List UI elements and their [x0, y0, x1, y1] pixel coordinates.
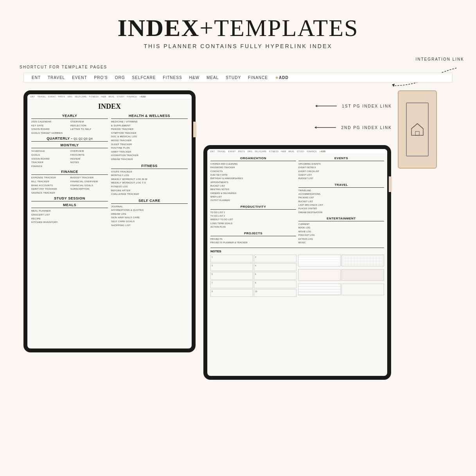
org-item-1: CHORES AND CLEANING	[210, 162, 296, 166]
events-title: EVENTS	[298, 156, 384, 161]
nav-fitness[interactable]: FITNESS	[163, 75, 182, 80]
tab2-decoration	[389, 176, 392, 192]
yearly-right: OVERVIEW REFLECTION LETTER TO SELF	[70, 120, 108, 135]
title-templates: TEMPLATES	[214, 14, 358, 41]
t-nav-travel[interactable]: TRAVEL	[38, 95, 46, 98]
tablet-index-screen: ENT TRAVEL EVENT PRO'S ORG SELFCARE FITN…	[27, 94, 192, 348]
index-page-title: INDEX	[31, 102, 188, 111]
t2-nav-event[interactable]: EVENT	[228, 150, 236, 153]
tablet2-nav: ENT TRAVEL EVENT PRO'S ORG SELFCARE FITN…	[207, 149, 387, 154]
note-cell-9: 9	[210, 289, 253, 297]
svg-marker-0	[392, 84, 395, 87]
tablet-nav-bar: ENT TRAVEL EVENT PRO'S ORG SELFCARE FITN…	[27, 94, 192, 99]
trav-item-6: PLACES VISITED	[298, 207, 384, 210]
nav-org[interactable]: ORG	[115, 75, 125, 80]
projects-section: PROJECTS PROJECTS PROJECTS PLANNER & TRA…	[210, 232, 296, 245]
t2-nav-ent[interactable]: ENT	[210, 150, 215, 153]
second-pg-label-area: 2ND PG INDEX LINK	[314, 124, 392, 131]
monthly-item-4: TRACKER	[31, 161, 69, 165]
t-nav-event[interactable]: EVENT	[48, 95, 56, 98]
t-nav-add[interactable]: ★ADD	[139, 95, 146, 98]
nav-event[interactable]: EVENT	[72, 75, 87, 80]
org-item-6: APPOINTMENTS	[210, 181, 296, 184]
fitness-section: FITNESS STEPS TRACKER MONTHLY LOG WEEKLY…	[111, 164, 188, 196]
prod-item-1: TO DO LIST 1	[210, 211, 296, 214]
notes-right-templates	[298, 255, 384, 297]
bill-tracker: BILL TRACKER	[31, 180, 69, 184]
fitness-item-4: WEEKLY WORKOUT LOG T-S	[111, 181, 188, 185]
nav-travel[interactable]: TRAVEL	[48, 75, 65, 80]
t-nav-meal[interactable]: MEAL	[108, 95, 115, 98]
hw-item-10: DREAM TRACKER	[111, 158, 188, 162]
yearly-item-3: VISION BOARD	[31, 128, 69, 131]
template-row-3	[298, 284, 384, 297]
meals-title: MEALS	[31, 203, 108, 208]
second-pg-label: 2ND PG INDEX LINK	[341, 126, 392, 130]
nav-study[interactable]: STUDY	[226, 75, 241, 80]
nav-add[interactable]: ★ADD	[275, 75, 289, 80]
t2-nav-org[interactable]: ORG	[247, 150, 252, 153]
t-nav-study[interactable]: STUDY	[117, 95, 124, 98]
selfcare-title: SELF CARE	[111, 199, 188, 204]
nav-finance[interactable]: FINANCE	[248, 75, 268, 80]
budget-tracker: BUDGET TRACKER	[70, 176, 108, 180]
note-cell-3: 3	[210, 263, 253, 271]
ent-item-3: MOVIE LOG	[298, 230, 384, 234]
nav-ent[interactable]: ENT	[32, 75, 41, 80]
nav-meal[interactable]: MEAL	[207, 75, 219, 80]
prod-item-2: TO DO LIST 2	[210, 214, 296, 218]
t-nav-pros[interactable]: PRO'S	[58, 95, 65, 98]
notes-row-2: 3 4	[210, 263, 296, 271]
yearly-item-2: KEY DATE	[31, 124, 69, 128]
nav-hw[interactable]: H&W	[189, 75, 199, 80]
t-nav-fitness[interactable]: FITNESS	[89, 95, 99, 98]
index-columns: YEARLY 2025 CALENDAR KEY DATE VISION BOA…	[31, 114, 188, 227]
template-row-1	[298, 255, 384, 268]
t-nav-hw[interactable]: H&W	[101, 95, 106, 98]
org-item-10: WISH LIST	[210, 195, 296, 199]
org-section-title: ORGANIZATION	[210, 156, 296, 161]
financial-overview: FINANCIAL OVERVIEW	[70, 180, 108, 184]
monthly-left: SCHEDULE GOALS VISION BOARD TRACKER FINA…	[31, 149, 69, 168]
note-cell-7: 7	[210, 280, 253, 288]
nav-star-icon: ★	[275, 75, 279, 80]
trav-item-5: LAST MIN CHECK LIST	[298, 203, 384, 207]
t-nav-org[interactable]: ORG	[67, 95, 72, 98]
t2-nav-finance[interactable]: FINANCE	[307, 150, 317, 153]
first-pg-label-area: 1ST PG INDEX LINK	[315, 102, 392, 110]
finance-right: BUDGET TRACKER FINANCIAL OVERVIEW FINANC…	[70, 176, 108, 195]
nav-pros[interactable]: PRO'S	[94, 75, 108, 80]
page-container: INDEX+TEMPLATES THIS PLANNER CONTAINS FU…	[0, 0, 476, 476]
template-blank-3	[341, 284, 384, 295]
expense-tracker: EXPENSE TRACKER	[31, 176, 69, 180]
t2-nav-selfcare[interactable]: SELFCARE	[255, 150, 266, 153]
t2-nav-add[interactable]: ★ADD	[319, 150, 326, 153]
t2-nav-pros[interactable]: PRO'S	[238, 150, 245, 153]
ent-item-6: MUSIC	[298, 241, 384, 244]
productivity-title: PRODUCTIVITY	[210, 205, 296, 210]
t2-nav-hw[interactable]: H&W	[281, 150, 286, 153]
t2-nav-meal[interactable]: MEAL	[288, 150, 295, 153]
t2-nav-travel[interactable]: TRAVEL	[217, 150, 226, 153]
org-item-8: MEETING NOTES	[210, 188, 296, 191]
nav-bar-wrapper: ENT TRAVEL EVENT PRO'S ORG SELFCARE FITN…	[23, 73, 453, 83]
note-cell-5: 5	[210, 272, 253, 280]
shortcut-label: SHORTCUT FOR TEMPLATE PAGES	[20, 65, 107, 69]
sc-item-5: SELF CARE GOALS	[111, 220, 188, 224]
evt-item-4: GUEST LIST	[298, 173, 384, 177]
t-nav-finance[interactable]: FINANCE	[127, 95, 137, 98]
hw-item-1b: & SUPPLEMENT	[111, 124, 188, 128]
ent-item-2: BOOK LOG	[298, 226, 384, 230]
trav-item-7: DREAM DESTINATION	[298, 211, 384, 214]
yearly-title: YEARLY	[31, 114, 108, 119]
nav-selfcare[interactable]: SELFCARE	[132, 75, 156, 80]
t2-nav-study[interactable]: STUDY	[297, 150, 304, 153]
notes-row-4: 7 8	[210, 280, 296, 288]
t2-nav-fitness[interactable]: FITNESS	[269, 150, 279, 153]
productivity-section: PRODUCTIVITY TO DO LIST 1 TO DO LIST 2 W…	[210, 205, 296, 229]
t-nav-ent[interactable]: ENT	[31, 95, 35, 98]
prod-item-5: ACTION PLAN	[210, 225, 296, 229]
study-title: STUDY SESSION	[31, 196, 108, 201]
evt-item-2: EVENT DETAILS	[298, 166, 384, 169]
t-nav-selfcare[interactable]: SELFCARE	[75, 95, 86, 98]
